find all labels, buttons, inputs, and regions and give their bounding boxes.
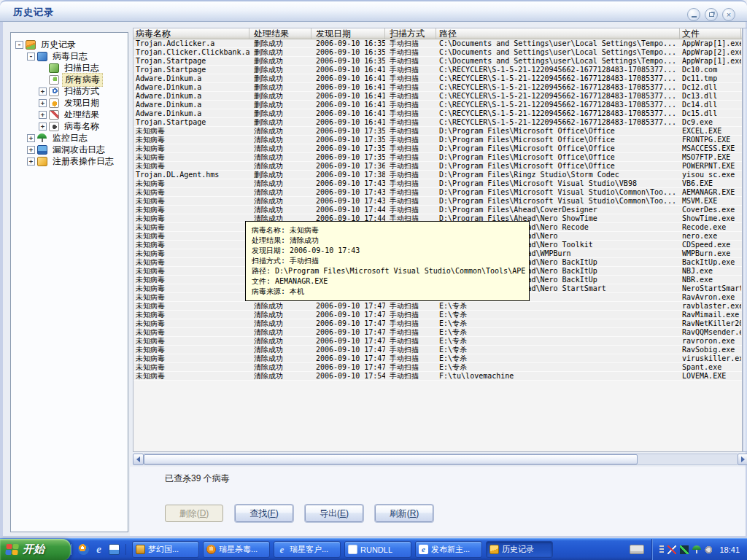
dialup-icon[interactable] [659,545,664,554]
tree-item[interactable]: 所有病毒 [11,74,128,85]
column-header-date[interactable]: 发现日期 [311,28,385,39]
internet-explorer-icon[interactable]: e [93,544,104,555]
table-row[interactable]: Trojan.Clicker.Clickbank.a 删除成功 2006-09-… [133,48,742,57]
table-row[interactable]: 未知病毒 清除成功 2006-09-10 17:47 手动扫描 E:\专杀 Ra… [133,311,742,319]
tree-item[interactable]: - 历史记录 [11,39,128,50]
cell-scan-method: 手动扫描 [385,346,436,354]
action-button[interactable]: 导出(E) [305,505,363,522]
column-header-scan-method[interactable]: 扫描方式 [385,28,436,39]
taskbar-task[interactable]: 瑞星杀毒... [203,541,270,558]
cell-date: 2006-09-10 16:35 [311,39,385,47]
cell-file: AppWrap[1].exe [680,39,741,47]
table-row[interactable]: 未知病毒 清除成功 2006-09-10 17:54 手动扫描 F:\tu\lo… [133,372,742,381]
table-row[interactable]: 未知病毒 清除成功 2006-09-10 17:35 手动扫描 D:\Progr… [133,136,742,144]
table-row[interactable]: 未知病毒 清除成功 2006-09-10 17:47 手动扫描 E:\专杀 Ra… [133,346,742,354]
table-row[interactable]: 未知病毒 清除成功 2006-09-10 17:43 手动扫描 D:\Progr… [133,188,742,197]
column-header-file[interactable]: 文件 [680,28,741,39]
volume-icon[interactable] [705,545,713,554]
table-row[interactable]: Trojan.Startpage 删除成功 2006-09-10 16:35 手… [133,57,742,66]
rising-monitor-umbrella-icon[interactable] [692,545,701,554]
table-row[interactable]: Adware.Dinkum.a 删除成功 2006-09-10 16:41 手动… [133,109,742,118]
table-row[interactable]: 未知病毒 清除成功 2006-09-10 17:35 手动扫描 D:\Progr… [133,144,742,153]
tree-expander[interactable]: - [27,52,35,61]
taskbar-task[interactable]: RUNDLL [344,541,411,558]
close-button[interactable]: × [722,8,735,21]
cell-scan-method: 手动扫描 [385,57,436,65]
column-header-path[interactable]: 路径 [436,28,680,39]
registry-log-icon [37,157,47,166]
input-method-icon[interactable] [630,545,644,554]
column-header-result[interactable]: 处理结果 [249,28,311,39]
scroll-right-button[interactable] [738,454,747,465]
outlook-express-icon[interactable] [109,544,120,555]
tree-item[interactable]: + 漏洞攻击日志 [11,144,128,155]
tree-item[interactable]: + 病毒名称 [11,120,128,132]
table-row[interactable]: 未知病毒 清除成功 2006-09-10 17:47 手动扫描 E:\专杀 vi… [133,354,742,363]
table-row[interactable]: 未知病毒 清除成功 2006-09-10 17:47 手动扫描 E:\专杀 ra… [133,302,742,311]
tree-item[interactable]: + 监控日志 [11,132,128,144]
tree-item[interactable]: + 注册表操作日志 [11,155,128,167]
tree-item[interactable]: + 扫描方式 [11,85,128,97]
restore-button[interactable] [705,8,718,21]
download-manager-icon[interactable] [667,545,676,554]
minimize-button[interactable] [687,8,700,21]
taskbar-task[interactable]: 瑞星客户... [274,541,341,558]
cell-path: D:\Program Files\Microsoft Office\Office [436,127,680,135]
table-row[interactable]: Adware.Dinkum.a 删除成功 2006-09-10 16:41 手动… [133,74,742,83]
cell-file: LOVEMA.EXE [680,372,741,380]
column-header-virus-name[interactable]: 病毒名称 [133,28,249,39]
tree-item[interactable]: - 病毒日志 [11,50,128,62]
titlebar[interactable]: 历史记录 × [0,0,747,22]
action-button[interactable]: 刷新(R) [375,505,433,522]
tree-item[interactable]: + 处理结果 [11,109,128,120]
table-row[interactable]: Adware.Dinkum.a 删除成功 2006-09-10 16:41 手动… [133,92,742,101]
cell-result: 删除成功 [249,101,311,109]
cell-file: RavMimail.exe [680,311,741,319]
tree-expander[interactable]: + [39,111,47,119]
tree-expander[interactable]: + [27,158,35,166]
table-row[interactable]: Trojan.Startpage 删除成功 2006-09-10 16:41 手… [133,66,742,74]
tree-expander[interactable]: + [39,122,47,131]
table-row[interactable]: Adware.Dinkum.a 删除成功 2006-09-10 16:41 手动… [133,83,742,92]
table-row[interactable]: 未知病毒 清除成功 2006-09-10 17:47 手动扫描 E:\专杀 Ra… [133,328,742,337]
media-player-icon[interactable] [78,544,89,555]
table-row[interactable]: 未知病毒 清除成功 2006-09-10 17:47 手动扫描 E:\专杀 Sp… [133,363,742,372]
start-button[interactable]: 开始 [0,539,71,560]
table-row[interactable]: 未知病毒 清除成功 2006-09-10 17:44 手动扫描 D:\Progr… [133,206,742,214]
horizontal-scrollbar[interactable] [133,454,747,465]
action-button[interactable]: 查找(F) [235,505,293,522]
tooltip-line: 发现日期: 2006-09-10 17:43 [252,246,523,256]
taskbar-task[interactable]: 发布新主... [415,541,482,558]
table-row[interactable]: 未知病毒 清除成功 2006-09-10 17:43 手动扫描 D:\Progr… [133,197,742,206]
taskbar-task[interactable]: 梦幻国... [132,541,199,558]
cell-scan-method: 手动扫描 [385,118,436,126]
table-row[interactable]: 未知病毒 清除成功 2006-09-10 17:36 手动扫描 D:\Progr… [133,162,742,171]
scroll-thumb[interactable] [144,454,638,464]
tree-expander[interactable]: + [39,99,47,107]
cell-result: 清除成功 [249,311,311,319]
taskbar-clock[interactable]: 18:41 [719,545,740,554]
table-row[interactable]: Trojan.Adclicker.a 删除成功 2006-09-10 16:35… [133,39,742,48]
tree-item[interactable]: + 发现日期 [11,97,128,109]
scroll-track[interactable] [144,454,738,465]
table-row[interactable]: 未知病毒 清除成功 2006-09-10 17:35 手动扫描 D:\Progr… [133,127,742,136]
table-row[interactable]: 未知病毒 清除成功 2006-09-10 17:35 手动扫描 D:\Progr… [133,153,742,162]
cell-virus-name: 未知病毒 [133,153,249,161]
vertical-scrollbar[interactable] [743,28,747,452]
table-row[interactable]: 未知病毒 清除成功 2006-09-10 17:43 手动扫描 D:\Progr… [133,179,742,188]
cell-date: 2006-09-10 17:54 [311,372,385,380]
tree-expander[interactable]: + [27,146,35,154]
tree-expander[interactable]: + [27,134,35,142]
tree-expander[interactable]: - [15,41,23,49]
table-row[interactable]: Trojan.Startpage 删除成功 2006-09-10 16:41 手… [133,118,742,127]
table-row[interactable]: 未知病毒 清除成功 2006-09-10 17:47 手动扫描 E:\专杀 ra… [133,337,742,346]
table-row[interactable]: Trojan.DL.Agent.hms 删除成功 2006-09-10 17:3… [133,171,742,179]
table-row[interactable]: Adware.Dinkum.a 删除成功 2006-09-10 16:41 手动… [133,101,742,109]
cell-file: Recode.exe [680,223,741,231]
taskbar-task[interactable]: 历史记录 [486,541,553,558]
action-button[interactable]: 删除(D) [165,505,223,522]
scroll-left-button[interactable] [133,454,144,465]
tree-expander[interactable]: + [39,88,47,96]
firewall-icon[interactable] [680,545,689,554]
table-row[interactable]: 未知病毒 清除成功 2006-09-10 17:47 手动扫描 E:\专杀 Ra… [133,319,742,328]
